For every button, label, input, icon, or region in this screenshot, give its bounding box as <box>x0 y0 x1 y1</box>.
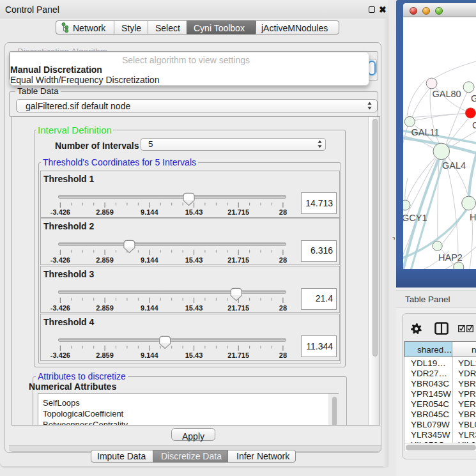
svg-text:H: H <box>470 211 476 222</box>
svg-text:GAL80: GAL80 <box>433 89 461 99</box>
svg-text:C: C <box>472 119 476 130</box>
svg-text:HAP2: HAP2 <box>438 252 463 262</box>
svg-text:GAL: GAL <box>471 93 476 103</box>
svg-text:GCY1: GCY1 <box>403 212 427 222</box>
svg-text:GAL4: GAL4 <box>442 160 466 170</box>
svg-text:GAL11: GAL11 <box>411 127 440 137</box>
